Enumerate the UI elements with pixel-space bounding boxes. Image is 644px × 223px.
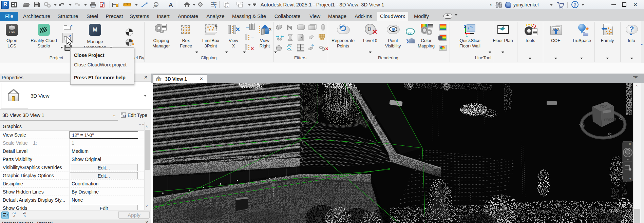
svg-text:▾: ▾ — [629, 177, 631, 181]
svg-text:A: A — [169, 1, 173, 8]
svg-text:×: × — [629, 142, 631, 146]
svg-text:1: 1 — [155, 3, 157, 6]
